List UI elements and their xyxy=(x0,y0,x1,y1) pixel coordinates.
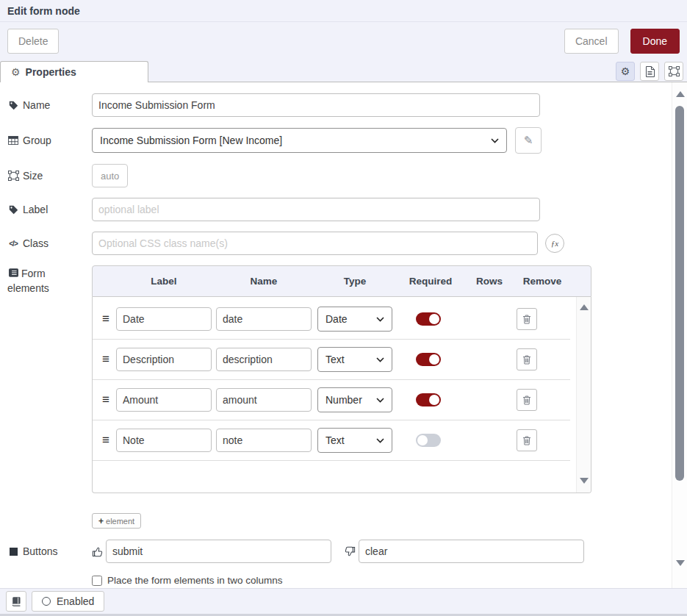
element-type-value: Number xyxy=(325,394,376,406)
element-name-input[interactable] xyxy=(216,348,312,371)
required-toggle[interactable] xyxy=(416,353,441,366)
drag-handle-icon[interactable]: ≡ xyxy=(98,312,113,326)
node-enabled-toggle-button[interactable]: Enabled xyxy=(32,591,104,612)
form-element-row: ≡ Text xyxy=(93,340,570,380)
buttons-label: Buttons xyxy=(7,545,92,557)
scroll-down-icon[interactable] xyxy=(676,560,685,566)
scroll-up-icon[interactable] xyxy=(676,91,685,97)
label-input[interactable] xyxy=(92,198,540,221)
class-input[interactable] xyxy=(92,232,538,255)
form-elements-table: Label Name Type Required Rows Remove ≡ D… xyxy=(92,265,591,493)
drag-handle-icon[interactable]: ≡ xyxy=(98,352,113,367)
element-type-select[interactable]: Text xyxy=(317,428,392,453)
element-type-value: Date xyxy=(325,313,376,325)
toggle-knob xyxy=(429,354,439,365)
tab-icon-buttons: ⚙ xyxy=(616,62,683,81)
required-toggle[interactable] xyxy=(416,434,441,447)
form-element-row: ≡ Number xyxy=(93,380,570,420)
element-type-select[interactable]: Date xyxy=(317,307,392,332)
thumbs-up-icon xyxy=(92,546,103,557)
dialog-title: Edit form node xyxy=(7,5,80,17)
editor-tab-bar: ⚙ Properties ⚙ xyxy=(0,60,687,82)
object-group-icon xyxy=(669,66,680,76)
properties-panel: Name Group Income Submission Form [New I… xyxy=(0,82,687,588)
gear-icon: ⚙ xyxy=(11,67,21,77)
dialog-header: Edit form node xyxy=(0,0,687,22)
element-label-input[interactable] xyxy=(116,429,212,452)
element-label-input[interactable] xyxy=(116,348,212,371)
group-select[interactable]: Income Submission Form [New Income] xyxy=(92,128,507,153)
element-name-input[interactable] xyxy=(216,307,312,331)
delete-element-button[interactable] xyxy=(517,429,537,451)
thumbs-down-icon xyxy=(345,546,356,557)
dialog-footer: Enabled xyxy=(0,588,687,614)
element-type-select[interactable]: Number xyxy=(317,387,392,412)
trash-icon xyxy=(522,395,531,405)
chevron-down-icon xyxy=(376,357,384,362)
node-info-button[interactable] xyxy=(6,591,26,612)
required-toggle[interactable] xyxy=(416,312,441,326)
group-row: Group Income Submission Form [New Income… xyxy=(7,127,665,154)
form-elements-list: ≡ Date ≡ Text ≡ xyxy=(92,297,591,493)
name-input[interactable] xyxy=(92,93,540,117)
scrollbar-thumb[interactable] xyxy=(675,106,684,481)
panel-scrollbar[interactable] xyxy=(672,82,687,588)
tab-properties[interactable]: ⚙ Properties xyxy=(0,61,148,82)
submit-button-label-input[interactable] xyxy=(106,540,331,563)
appearance-icon-button[interactable] xyxy=(664,62,683,81)
drag-handle-icon[interactable]: ≡ xyxy=(98,393,113,407)
done-button[interactable]: Done xyxy=(630,29,680,54)
scroll-up-icon[interactable] xyxy=(580,304,589,310)
required-toggle[interactable] xyxy=(416,393,441,407)
element-label-input[interactable] xyxy=(116,307,212,331)
toggle-knob xyxy=(429,314,439,324)
drag-handle-icon[interactable]: ≡ xyxy=(98,433,113,448)
form-element-row: ≡ Date xyxy=(93,299,570,340)
chevron-down-icon xyxy=(376,438,384,443)
pencil-icon: ✎ xyxy=(524,134,533,147)
clear-group xyxy=(345,540,584,563)
toggle-knob xyxy=(417,435,428,445)
edit-group-button[interactable]: ✎ xyxy=(515,127,542,154)
form-elements-table-header: Label Name Type Required Rows Remove xyxy=(92,265,591,297)
element-type-select[interactable]: Text xyxy=(317,347,392,372)
list-alt-icon xyxy=(7,268,19,277)
delete-element-button[interactable] xyxy=(517,389,537,411)
fx-icon: ƒx xyxy=(551,239,558,248)
delete-element-button[interactable] xyxy=(517,308,537,330)
delete-button[interactable]: Delete xyxy=(7,29,59,54)
element-type-value: Text xyxy=(325,434,376,446)
two-columns-checkbox[interactable] xyxy=(92,576,102,586)
tag-icon xyxy=(7,205,19,215)
cancel-button[interactable]: Cancel xyxy=(564,29,619,54)
column-header-remove: Remove xyxy=(516,276,569,287)
expression-icon-button[interactable]: ƒx xyxy=(545,234,564,253)
gear-icon: ⚙ xyxy=(621,66,630,76)
edit-form-node-dialog: Edit form node Delete Cancel Done ⚙ Prop… xyxy=(0,0,687,616)
group-label: Group xyxy=(7,135,92,146)
size-row: Size auto xyxy=(7,164,665,187)
form-elements-scrollbar[interactable] xyxy=(576,297,591,493)
element-name-input[interactable] xyxy=(216,388,312,412)
scroll-down-icon[interactable] xyxy=(580,478,589,484)
element-label-input[interactable] xyxy=(116,388,212,412)
table-icon xyxy=(7,136,19,145)
dialog-button-bar: Delete Cancel Done xyxy=(0,22,687,60)
description-icon-button[interactable] xyxy=(640,62,659,81)
size-button[interactable]: auto xyxy=(92,164,128,187)
clear-button-label-input[interactable] xyxy=(359,540,584,563)
column-header-rows: Rows xyxy=(467,276,511,287)
two-columns-row: Place the form elements in two columns xyxy=(92,575,665,586)
class-label: </> Class xyxy=(7,237,92,249)
properties-icon-button[interactable]: ⚙ xyxy=(616,62,635,81)
add-element-button[interactable]: + element xyxy=(92,513,141,529)
tag-icon xyxy=(7,101,19,110)
book-icon xyxy=(11,596,21,606)
name-label: Name xyxy=(7,99,92,111)
two-columns-label: Place the form elements in two columns xyxy=(107,575,283,586)
size-label: Size xyxy=(7,170,92,182)
class-row: </> Class ƒx xyxy=(7,232,665,255)
delete-element-button[interactable] xyxy=(517,348,537,370)
element-name-input[interactable] xyxy=(216,429,312,452)
element-type-value: Text xyxy=(325,354,376,365)
